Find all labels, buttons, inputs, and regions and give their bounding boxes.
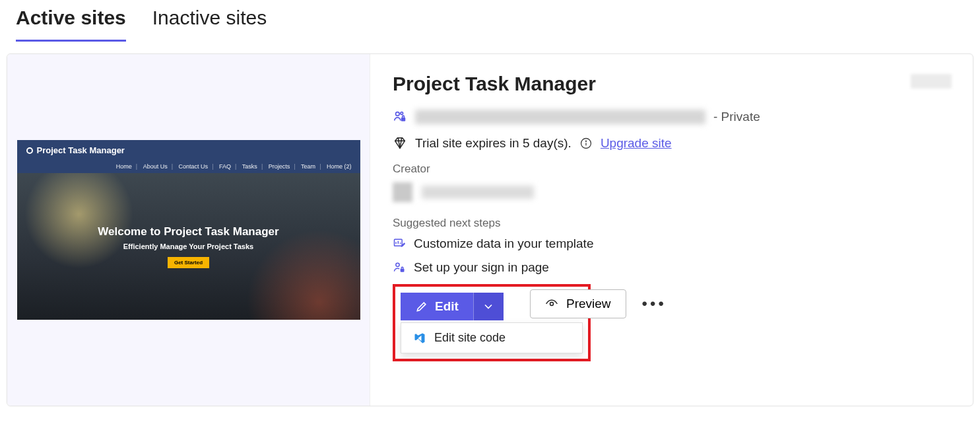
upgrade-site-link[interactable]: Upgrade site xyxy=(601,136,672,151)
thumb-nav-item: FAQ xyxy=(219,163,231,170)
svg-point-8 xyxy=(550,302,554,305)
thumb-hero-title: Welcome to Project Task Manager xyxy=(98,225,278,238)
preview-button[interactable]: Preview xyxy=(530,289,626,318)
thumb-nav-item: Home xyxy=(116,163,132,170)
svg-point-1 xyxy=(401,112,403,115)
thumb-nav-item: Projects xyxy=(269,163,290,170)
thumb-nav-item: Contact Us xyxy=(179,163,209,170)
site-actions: Edit x Edit site code xyxy=(393,284,950,361)
thumb-nav-item: About Us xyxy=(143,163,168,170)
thumb-nav-item: Home (2) xyxy=(327,163,352,170)
more-actions-button[interactable]: ••• xyxy=(637,291,672,317)
redacted-badge xyxy=(911,74,952,89)
preview-button-label: Preview xyxy=(566,297,611,311)
creator-name-redacted xyxy=(422,186,534,199)
site-thumbnail[interactable]: Project Task Manager Home| About Us| Con… xyxy=(17,140,360,320)
thumb-nav-item: Tasks xyxy=(242,163,257,170)
thumb-hero-subtitle: Efficiently Manage Your Project Tasks xyxy=(123,242,253,250)
site-thumbnail-panel: Project Task Manager Home| About Us| Con… xyxy=(7,54,370,406)
person-lock-icon xyxy=(393,261,406,274)
site-status-tabs: Active sites Inactive sites xyxy=(0,0,980,42)
svg-rect-2 xyxy=(401,118,405,122)
thumb-nav: Home| About Us| Contact Us| FAQ| Tasks| … xyxy=(17,161,360,174)
creator-avatar-redacted xyxy=(393,182,412,202)
edit-button-label: Edit xyxy=(435,299,459,314)
site-card: Project Task Manager Home| About Us| Con… xyxy=(7,54,973,406)
site-details: Project Task Manager - Private Trial sit… xyxy=(370,54,973,406)
step-signin-text: Set up your sign in page xyxy=(414,260,549,275)
edit-dropdown-menu: Edit site code xyxy=(401,322,583,353)
edit-site-code-item[interactable]: Edit site code xyxy=(434,331,506,345)
chart-edit-icon xyxy=(393,237,406,250)
thumb-nav-item: Team xyxy=(301,163,315,170)
thumb-brand: Project Task Manager xyxy=(37,145,125,155)
suggested-steps-label: Suggested next steps xyxy=(393,217,950,230)
svg-point-6 xyxy=(396,263,399,266)
edit-button[interactable]: Edit xyxy=(401,293,473,320)
site-access-row: - Private xyxy=(393,110,950,124)
trial-text: Trial site expires in 5 day(s). xyxy=(415,136,572,151)
thumb-logo-icon xyxy=(26,147,33,154)
site-title: Project Task Manager xyxy=(393,73,950,95)
creator-label: Creator xyxy=(393,163,950,176)
site-visibility: - Private xyxy=(713,110,760,124)
info-icon[interactable] xyxy=(579,137,593,150)
tab-active-sites[interactable]: Active sites xyxy=(16,7,126,42)
vscode-icon xyxy=(413,332,426,345)
diamond-icon xyxy=(393,136,407,151)
site-url-redacted xyxy=(415,110,705,124)
eye-icon xyxy=(545,297,558,310)
svg-rect-7 xyxy=(401,269,405,272)
step-customize-data[interactable]: Customize data in your template xyxy=(393,236,950,251)
svg-point-0 xyxy=(396,112,400,116)
tab-inactive-sites[interactable]: Inactive sites xyxy=(152,7,267,42)
thumb-topbar: Project Task Manager xyxy=(17,140,360,161)
creator-row xyxy=(393,182,950,202)
people-lock-icon xyxy=(393,110,407,124)
site-trial-row: Trial site expires in 5 day(s). Upgrade … xyxy=(393,136,950,151)
pencil-icon xyxy=(415,300,428,313)
svg-point-4 xyxy=(585,141,586,141)
thumb-hero: Welcome to Project Task Manager Efficien… xyxy=(17,173,360,320)
step-signin-page[interactable]: Set up your sign in page xyxy=(393,260,950,275)
edit-dropdown-toggle[interactable] xyxy=(473,293,504,320)
step-customize-text: Customize data in your template xyxy=(414,236,593,251)
edit-split-button: Edit xyxy=(401,293,504,320)
thumb-cta-button: Get Started xyxy=(168,257,209,268)
chevron-down-icon xyxy=(482,300,495,313)
